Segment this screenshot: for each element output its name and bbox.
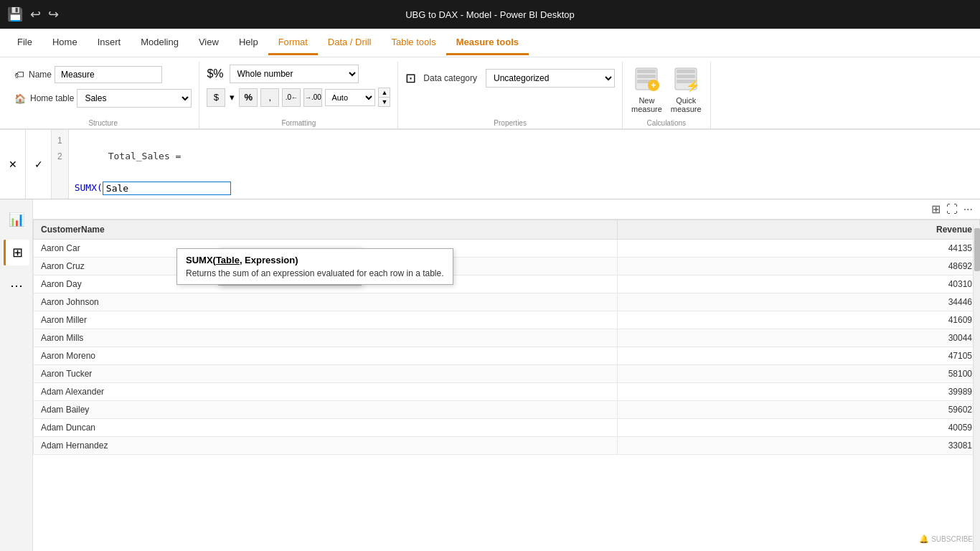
format-buttons-row: $ ▾ % , .0 ← → .00 Auto [207,88,390,107]
cell-name: Aaron Johnson [34,293,618,311]
svg-rect-2 [637,75,656,78]
cell-revenue: 58100 [617,365,979,383]
menu-measure-tools[interactable]: Measure tools [446,31,529,55]
table-toolbar: ⊞ ⛶ ··· [33,199,980,220]
menu-view[interactable]: View [189,31,229,55]
svg-rect-8 [677,75,695,78]
cell-revenue: 48692 [617,258,979,276]
menu-modeling[interactable]: Modeling [131,31,189,55]
cell-name: Adam Alexander [34,383,618,401]
app-title: UBG to DAX - Model - Power BI Desktop [405,9,575,20]
filter-icon[interactable]: ⊞ [931,202,941,216]
svg-text:+: + [651,80,656,90]
new-measure-button[interactable]: + New measure [631,65,662,113]
cell-name: Aaron Moreno [34,347,618,365]
col-header-revenue: Revenue [617,220,979,240]
cell-revenue: 40310 [617,276,979,293]
menu-table-tools[interactable]: Table tools [381,31,446,55]
ribbon-group-properties: ⊡ Data category Uncategorized Properties [398,62,623,128]
menu-format[interactable]: Format [268,31,318,55]
table-row: Aaron Moreno47105 [34,347,980,365]
formula-content[interactable]: Total_Sales = SUMX( [69,130,980,199]
name-input[interactable] [55,66,162,83]
menu-insert[interactable]: Insert [88,31,131,55]
table-row: Aaron Miller41609 [34,311,980,329]
menu-file[interactable]: File [7,31,42,55]
data-table: CustomerName Revenue Aaron Car44135Aaron… [33,220,980,455]
properties-label: Properties [494,116,527,128]
cell-revenue: 41609 [617,311,979,329]
spin-down[interactable]: ▼ [379,98,390,106]
table-row: Aaron Car44135 [34,240,980,258]
scrollbar-thumb[interactable] [974,228,980,271]
decimal-increase-button[interactable]: → .00 [303,88,322,107]
structure-rows: 🏷 Name 🏠 Home table Sales [14,62,192,112]
table-row: Adam Alexander39989 [34,383,980,401]
structure-label: Structure [88,116,118,128]
name-label: 🏷 Name [14,69,52,80]
left-sidebar: 📊 ⊞ ⋯ [0,199,33,551]
sidebar-report-icon[interactable]: 📊 [4,207,29,232]
currency-button[interactable]: $ [207,88,225,107]
undo-icon[interactable]: ↩ [30,6,41,22]
calc-buttons: + New measure ⚡ Quick measure [631,62,702,116]
ribbon: 🏷 Name 🏠 Home table Sales Structure $% [0,57,980,130]
ribbon-group-calculations: + New measure ⚡ Quick measure [623,62,711,128]
ribbon-group-formatting: $% Whole number Decimal number Currency … [199,62,398,128]
home-table-select[interactable]: Sales [77,89,192,108]
formatting-label: Formatting [281,116,316,128]
tooltip-desc: Returns the sum of an expression evaluat… [186,268,444,278]
menu-help[interactable]: Help [229,31,268,55]
more-icon[interactable]: ··· [963,203,973,216]
expand-icon[interactable]: ⛶ [946,203,958,216]
cell-name: Adam Hernandez [34,437,618,455]
table-container[interactable]: CustomerName Revenue Aaron Car44135Aaron… [33,220,980,551]
menu-bar: File Home Insert Modeling View Help Form… [0,29,980,57]
cell-revenue: 59602 [617,401,979,419]
ribbon-group-structure: 🏷 Name 🏠 Home table Sales Structure [7,62,199,128]
format-dollar-icon: $% [207,67,223,80]
decimal-decrease-button[interactable]: .0 ← [282,88,301,107]
cell-revenue: 30044 [617,329,979,347]
cell-revenue: 47105 [617,347,979,365]
sidebar-model-icon[interactable]: ⋯ [4,273,29,298]
sidebar-data-icon[interactable]: ⊞ [4,240,29,265]
scrollbar[interactable] [973,225,980,551]
cancel-button[interactable]: ✕ [0,130,26,199]
confirm-button[interactable]: ✓ [26,130,52,199]
caret-icon: ▾ [228,92,236,103]
data-category-select[interactable]: Uncategorized [486,69,615,88]
spin-up[interactable]: ▲ [379,88,390,98]
table-row: Adam Hernandez33081 [34,437,980,455]
table-row: Aaron Johnson34446 [34,293,980,311]
formula-bar: ✕ ✓ 1 2 Total_Sales = SUMX( [0,130,980,199]
formula-input[interactable] [103,182,231,195]
svg-rect-7 [677,70,695,73]
home-table-row: 🏠 Home table Sales [14,89,192,108]
home-table-label: 🏠 Home table [14,93,74,104]
format-select[interactable]: Whole number Decimal number Currency Dat… [230,65,359,83]
menu-data-drill[interactable]: Data / Drill [318,31,382,55]
new-measure-label: New measure [631,96,662,113]
comma-button[interactable]: , [260,88,279,107]
percent-button[interactable]: % [239,88,258,107]
line-numbers: 1 2 [52,130,69,199]
table-row: Aaron Day40310 [34,276,980,293]
svg-rect-1 [637,70,656,73]
cell-name: Aaron Mills [34,329,618,347]
title-bar: 💾 ↩ ↪ UBG to DAX - Model - Power BI Desk… [0,0,980,29]
menu-home[interactable]: Home [42,31,88,55]
save-icon[interactable]: 💾 [7,6,23,22]
cell-revenue: 44135 [617,240,979,258]
tooltip-func: SUMX(Table, Expression) [186,255,444,265]
tooltip-box: SUMX(Table, Expression) Returns the sum … [176,248,453,285]
cell-revenue: 33081 [617,437,979,455]
cell-name: Aaron Miller [34,311,618,329]
cell-name: Adam Duncan [34,419,618,437]
formula-line-2: SUMX( [75,180,974,196]
cell-revenue: 34446 [617,293,979,311]
auto-select[interactable]: Auto [325,89,375,106]
redo-icon[interactable]: ↪ [48,6,59,22]
new-measure-icon: + [632,65,661,93]
quick-measure-button[interactable]: ⚡ Quick measure [671,65,702,113]
